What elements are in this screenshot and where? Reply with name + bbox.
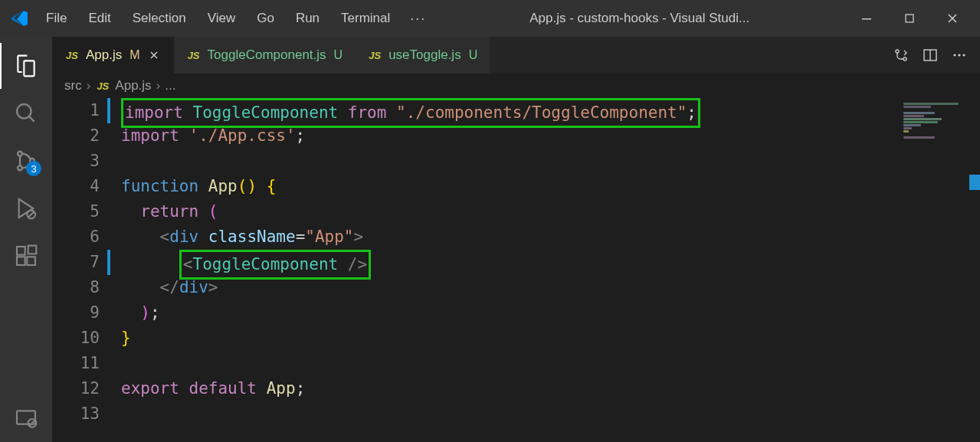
svg-line-3 (29, 116, 34, 122)
scm-badge: 3 (26, 161, 41, 176)
code-line-4[interactable]: function App() { (121, 174, 896, 199)
vscode-logo-icon (11, 9, 29, 28)
tab-untracked-badge: U (469, 48, 478, 62)
svg-line-9 (28, 211, 34, 218)
editor-actions (888, 42, 980, 68)
tab-close-icon[interactable] (146, 47, 162, 63)
breadcrumb-ellipsis[interactable]: ... (165, 78, 175, 93)
tab-app-js[interactable]: JS App.js M (52, 37, 174, 74)
editor-tabs: JS App.js M JS ToggleComponent.js U JS u… (52, 37, 980, 74)
tab-togglecomponent-js[interactable]: JS ToggleComponent.js U (174, 37, 356, 74)
compare-changes-icon[interactable] (888, 42, 914, 68)
tab-untracked-badge: U (334, 48, 343, 62)
activity-run-debug[interactable] (0, 185, 52, 231)
tab-label: ToggleComponent.js (208, 47, 326, 63)
activity-extensions[interactable] (0, 233, 52, 279)
activity-explorer[interactable] (0, 43, 52, 89)
svg-rect-11 (17, 257, 25, 265)
js-file-icon: JS (186, 47, 202, 63)
code-line-10[interactable]: } (121, 326, 896, 351)
tab-usetoggle-js[interactable]: JS useToggle.js U (355, 37, 490, 74)
split-editor-icon[interactable] (917, 42, 943, 68)
minimap[interactable] (896, 98, 980, 442)
svg-rect-13 (28, 246, 37, 254)
svg-rect-0 (862, 18, 871, 20)
code-content[interactable]: import ToggleComponent from "./component… (121, 98, 896, 442)
window-title: App.js - custom-hooks - Visual Studi... (434, 11, 845, 26)
svg-point-2 (17, 104, 31, 119)
breadcrumb[interactable]: src › JS App.js › ... (52, 74, 980, 98)
code-line-3[interactable] (121, 149, 896, 174)
code-line-7[interactable]: <ToggleComponent /> (121, 250, 896, 275)
vertical-scrollbar[interactable] (969, 98, 980, 442)
chevron-right-icon: › (156, 78, 161, 93)
main-area: 3 JS App.js M JS T (0, 37, 980, 442)
menu-run[interactable]: Run (287, 8, 329, 29)
js-file-icon: JS (367, 47, 382, 63)
code-line-9[interactable]: ); (121, 300, 896, 326)
close-button[interactable] (931, 0, 974, 37)
menu-go[interactable]: Go (247, 8, 284, 29)
maximize-button[interactable] (888, 0, 931, 37)
js-file-icon: JS (64, 47, 80, 63)
menu-bar: File Edit Selection View Go Run Terminal (37, 8, 399, 29)
code-line-13[interactable] (121, 401, 896, 427)
tab-label: App.js (86, 47, 122, 63)
tab-label: useToggle.js (388, 47, 461, 63)
breadcrumb-folder[interactable]: src (64, 78, 82, 93)
minimap-content (903, 103, 972, 139)
code-line-8[interactable]: </div> (121, 275, 896, 300)
svg-line-16 (29, 420, 35, 426)
svg-point-22 (958, 54, 960, 56)
tab-modified-badge: M (129, 48, 139, 62)
svg-rect-10 (17, 247, 25, 255)
activity-search[interactable] (0, 90, 52, 136)
svg-rect-1 (906, 15, 913, 22)
code-line-6[interactable]: <div className="App"> (121, 224, 896, 250)
svg-rect-12 (27, 257, 35, 265)
title-bar: File Edit Selection View Go Run Terminal… (0, 0, 980, 37)
code-line-1[interactable]: import ToggleComponent from "./component… (121, 98, 896, 123)
line-number-gutter: 1 2 3 4 5 6 7 8 9 10 11 12 13 (52, 98, 121, 442)
window-controls (845, 0, 974, 37)
code-line-12[interactable]: export default App; (121, 376, 896, 401)
menu-file[interactable]: File (37, 8, 76, 29)
chevron-right-icon: › (87, 78, 91, 93)
svg-point-18 (903, 57, 906, 61)
menu-overflow-icon[interactable]: ··· (402, 6, 434, 31)
activity-remote[interactable] (0, 396, 52, 442)
editor-area: JS App.js M JS ToggleComponent.js U JS u… (52, 37, 980, 442)
code-line-5[interactable]: return ( (121, 199, 896, 224)
svg-point-17 (896, 50, 899, 53)
code-line-2[interactable]: import './App.css'; (121, 123, 896, 149)
menu-selection[interactable]: Selection (123, 8, 195, 29)
breadcrumb-file[interactable]: App.js (115, 78, 151, 93)
svg-point-21 (953, 54, 955, 56)
svg-point-23 (962, 54, 965, 56)
js-file-icon: JS (95, 78, 110, 93)
activity-source-control[interactable]: 3 (0, 138, 52, 184)
svg-point-4 (18, 152, 22, 156)
code-editor[interactable]: 1 2 3 4 5 6 7 8 9 10 11 12 13 import Tog… (52, 98, 980, 442)
svg-point-5 (18, 165, 22, 170)
minimize-button[interactable] (845, 0, 888, 37)
scroll-marker (969, 175, 980, 190)
more-actions-icon[interactable] (946, 42, 972, 68)
menu-view[interactable]: View (198, 8, 245, 29)
code-line-11[interactable] (121, 351, 896, 376)
activity-bar: 3 (0, 37, 52, 442)
menu-edit[interactable]: Edit (79, 8, 120, 29)
menu-terminal[interactable]: Terminal (332, 8, 399, 29)
